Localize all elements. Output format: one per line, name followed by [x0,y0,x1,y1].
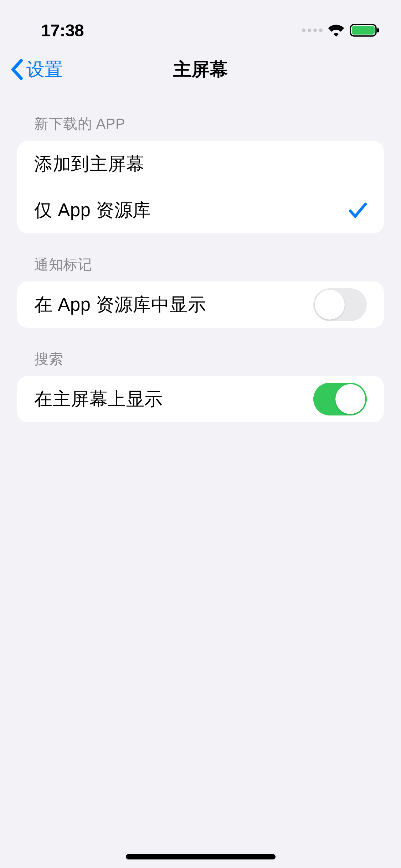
wifi-icon [328,24,345,37]
group-new-apps: 添加到主屏幕 仅 App 资源库 [17,141,384,233]
toggle-show-on-home[interactable] [313,383,367,415]
row-label: 在主屏幕上显示 [34,387,163,412]
group-badges: 在 App 资源库中显示 [17,281,384,328]
status-bar: 17:38 [0,0,401,46]
page-title: 主屏幕 [173,57,228,82]
back-label: 设置 [26,57,63,82]
chevron-left-icon [11,59,24,80]
toggle-knob [315,290,345,320]
option-app-library-only[interactable]: 仅 App 资源库 [17,187,384,233]
option-add-to-home[interactable]: 添加到主屏幕 [17,141,384,187]
toggle-knob [335,384,365,414]
nav-bar: 设置 主屏幕 [0,46,401,93]
content: 新下载的 APP 添加到主屏幕 仅 App 资源库 通知标记 在 App 资源库… [0,93,401,422]
section-header-new-apps: 新下载的 APP [17,93,384,141]
home-indicator[interactable] [126,854,276,859]
row-label: 在 App 资源库中显示 [34,293,206,317]
row-show-in-app-library[interactable]: 在 App 资源库中显示 [17,281,384,328]
status-indicators [302,23,380,37]
option-label: 添加到主屏幕 [34,152,144,176]
checkmark-icon [349,202,367,219]
toggle-show-in-app-library[interactable] [313,288,367,321]
section-header-search: 搜索 [17,328,384,376]
section-header-badges: 通知标记 [17,233,384,281]
battery-icon [350,23,380,37]
cellular-dots-icon [302,29,323,32]
svg-rect-1 [352,26,375,35]
back-button[interactable]: 设置 [7,55,66,84]
option-label: 仅 App 资源库 [34,198,151,223]
status-time: 17:38 [41,21,84,40]
row-show-on-home[interactable]: 在主屏幕上显示 [17,376,384,422]
group-search: 在主屏幕上显示 [17,376,384,422]
svg-rect-2 [377,28,379,32]
